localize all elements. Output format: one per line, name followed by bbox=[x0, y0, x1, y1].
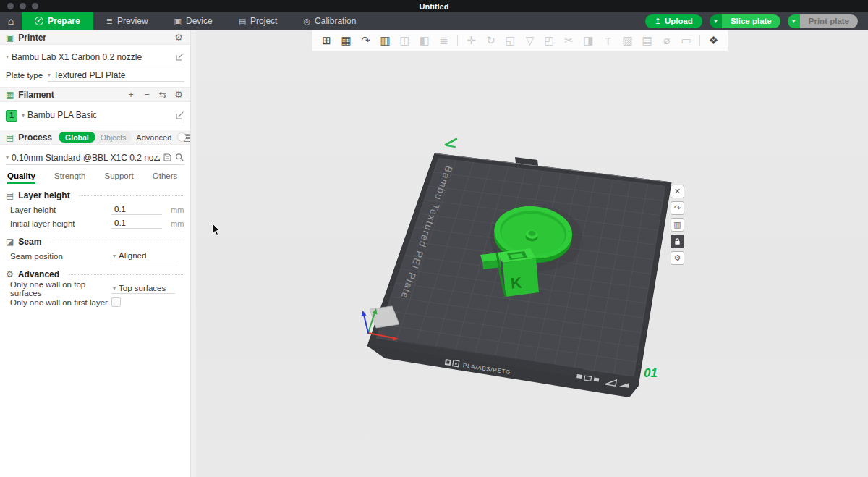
auto-orient-plate-icon[interactable]: ↷ bbox=[671, 201, 684, 215]
param-unit: mm bbox=[171, 206, 184, 214]
tab-support[interactable]: Support bbox=[104, 172, 133, 184]
tab-preview[interactable]: ≣ Preview bbox=[93, 12, 161, 30]
plate-type-row: Plate type ▾ Textured PEI Plate bbox=[6, 69, 184, 82]
tab-prepare[interactable]: ✓ Prepare bbox=[22, 12, 93, 30]
initial-layer-height-input[interactable]: 0.1 bbox=[111, 218, 162, 229]
tab-strength[interactable]: Strength bbox=[54, 172, 85, 184]
one-wall-top-row: Only one wall on top surfaces ▾ Top surf… bbox=[0, 282, 190, 295]
tab-project[interactable]: ▤ Project bbox=[226, 12, 291, 30]
scene-3d: Bambu Textured PEI Plate PLA/ABS/PETG bbox=[196, 30, 868, 477]
chevron-down-icon: ▼ bbox=[791, 18, 796, 25]
one-wall-top-value: Top surfaces bbox=[119, 284, 166, 292]
tab-others[interactable]: Others bbox=[153, 172, 178, 184]
process-scope-toggle[interactable]: Global Objects bbox=[58, 131, 132, 143]
param-label: Layer height bbox=[10, 206, 111, 214]
tab-device[interactable]: ▣ Device bbox=[161, 12, 226, 30]
filament-settings-gear-icon[interactable]: ⚙ bbox=[173, 89, 184, 100]
print-plate-button[interactable]: Print plate bbox=[800, 14, 858, 28]
chevron-down-icon: ▾ bbox=[22, 112, 25, 119]
printer-icon: ▣ bbox=[6, 33, 14, 43]
filament-preset-select[interactable]: ▾ Bambu PLA Basic bbox=[22, 109, 184, 122]
advanced-section-header: ⚙ Advanced bbox=[0, 263, 190, 282]
upload-label: Upload bbox=[665, 17, 693, 25]
plate-type-value: Textured PEI Plate bbox=[54, 70, 184, 80]
scope-objects-option[interactable]: Objects bbox=[95, 133, 132, 142]
device-icon: ▣ bbox=[174, 17, 182, 26]
filament-icon: ▦ bbox=[6, 90, 14, 100]
filament-section-header: ▦ Filament + − ⇆ ⚙ bbox=[0, 87, 190, 102]
tab-label: Prepare bbox=[48, 16, 80, 26]
scope-global-option[interactable]: Global bbox=[59, 132, 95, 143]
seam-position-row: Seam position ▾ Aligned bbox=[0, 249, 190, 263]
search-icon[interactable] bbox=[175, 153, 184, 162]
print-dropdown-button[interactable]: ▼ bbox=[788, 14, 800, 28]
chevron-down-icon: ▾ bbox=[48, 72, 51, 78]
upload-icon: ↥ bbox=[655, 17, 661, 26]
seam-position-select[interactable]: ▾ Aligned bbox=[111, 250, 175, 261]
param-label: Initial layer height bbox=[10, 219, 111, 228]
plate-number-label: 01 bbox=[644, 366, 658, 380]
layer-height-icon: ▤ bbox=[6, 190, 14, 200]
tab-label: Project bbox=[250, 16, 277, 26]
edit-preset-icon[interactable] bbox=[175, 52, 184, 62]
printer-preset-select[interactable]: ▾ Bambu Lab X1 Carbon 0.2 nozzle bbox=[6, 50, 184, 64]
layer-height-row: Layer height 0.1 mm bbox=[0, 203, 190, 216]
filament-section-title: Filament bbox=[18, 90, 54, 100]
model-engraving-text: K bbox=[510, 274, 522, 292]
home-button[interactable]: ⌂ bbox=[0, 12, 22, 30]
plate-settings-icon[interactable]: ⚙ bbox=[671, 251, 684, 265]
tab-quality[interactable]: Quality bbox=[7, 172, 35, 184]
plate-tools-stack: ✕↷▥⚙ bbox=[671, 185, 684, 265]
process-icon: ▤ bbox=[6, 132, 14, 143]
window-title: Untitled bbox=[0, 2, 868, 11]
tab-calibration[interactable]: ◎ Calibration bbox=[290, 12, 369, 30]
filament-row: 1 ▾ Bambu PLA Basic bbox=[6, 109, 184, 122]
printer-section-title: Printer bbox=[18, 33, 46, 43]
project-icon: ▤ bbox=[239, 17, 246, 26]
filament-sync-icon[interactable]: ⇆ bbox=[157, 89, 169, 100]
process-preset-select[interactable]: ▾ 0.10mm Standard @BBL X1C 0.2 nozzle bbox=[6, 151, 184, 165]
one-wall-first-layer-row: Only one wall on first layer bbox=[0, 295, 190, 309]
filament-preset-value: Bambu PLA Basic bbox=[27, 110, 172, 120]
upload-button[interactable]: ↥ Upload bbox=[645, 14, 702, 28]
tab-label: Preview bbox=[117, 16, 148, 26]
tab-label: Device bbox=[186, 16, 213, 26]
process-tabs: Quality Strength Support Others bbox=[0, 169, 190, 184]
chevron-down-icon: ▾ bbox=[6, 54, 9, 60]
delete-plate-icon[interactable]: ✕ bbox=[671, 185, 684, 198]
slice-plate-split-button: ▼ Slice plate bbox=[710, 14, 780, 28]
arrange-plate-icon[interactable]: ▥ bbox=[671, 218, 684, 232]
sidebar-resize-handle[interactable] bbox=[190, 30, 196, 477]
home-icon: ⌂ bbox=[8, 15, 14, 27]
process-section-title: Process bbox=[18, 132, 52, 143]
viewport-3d[interactable]: ⊞▦↷▥◫◧≣✛↻◱▽◰✂◨T▨▤⌀▭❖ Bambu Textured PEI bbox=[196, 30, 868, 477]
lock-plate-icon[interactable] bbox=[671, 235, 684, 248]
advanced-gear-icon: ⚙ bbox=[6, 269, 14, 279]
slice-dropdown-button[interactable]: ▼ bbox=[710, 14, 722, 28]
plate-edit-marker-icon[interactable] bbox=[446, 139, 456, 147]
one-wall-first-layer-checkbox[interactable] bbox=[111, 297, 121, 307]
edit-filament-icon[interactable] bbox=[175, 111, 184, 120]
settings-sidebar: ▣ Printer ⚙ ▾ Bambu Lab X1 Carbon 0.2 no… bbox=[0, 30, 190, 477]
printer-settings-gear-icon[interactable]: ⚙ bbox=[173, 32, 184, 43]
plate-type-select[interactable]: ▾ Textured PEI Plate bbox=[48, 69, 184, 82]
section-title: Seam bbox=[18, 237, 41, 247]
add-filament-button[interactable]: + bbox=[125, 89, 137, 100]
param-label: Only one wall on first layer bbox=[10, 298, 111, 307]
mouse-cursor bbox=[212, 223, 222, 236]
layer-height-input[interactable]: 0.1 bbox=[111, 204, 162, 215]
save-preset-icon[interactable] bbox=[163, 153, 172, 162]
slice-plate-button[interactable]: Slice plate bbox=[722, 14, 780, 28]
one-wall-top-select[interactable]: ▾ Top surfaces bbox=[111, 283, 175, 294]
remove-filament-button[interactable]: − bbox=[141, 89, 153, 100]
print-plate-split-button: ▼ Print plate bbox=[788, 14, 858, 28]
prepare-icon: ✓ bbox=[35, 17, 43, 25]
tab-label: Calibration bbox=[315, 16, 356, 26]
filament-slot-badge[interactable]: 1 bbox=[6, 110, 17, 122]
printer-preset-value: Bambu Lab X1 Carbon 0.2 nozzle bbox=[12, 52, 172, 62]
plate-type-label: Plate type bbox=[6, 71, 48, 80]
printer-section-header: ▣ Printer ⚙ bbox=[0, 30, 190, 45]
param-label: Seam position bbox=[10, 252, 111, 261]
chevron-down-icon: ▾ bbox=[113, 285, 116, 292]
preview-icon: ≣ bbox=[106, 17, 113, 26]
